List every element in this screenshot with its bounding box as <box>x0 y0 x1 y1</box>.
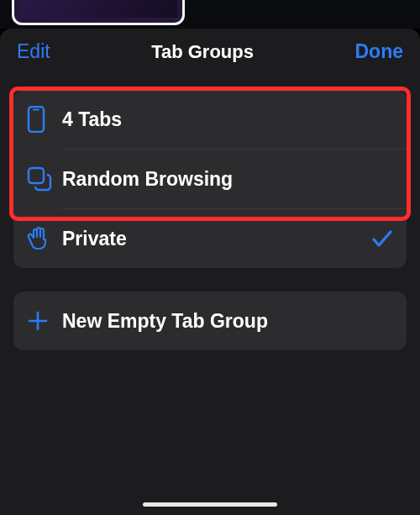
random-browsing-row[interactable]: Random Browsing <box>13 150 407 208</box>
private-row[interactable]: Private <box>13 209 407 268</box>
sheet-title: Tab Groups <box>151 41 254 63</box>
tab-group-list: 4 Tabs Random Browsing <box>13 90 407 268</box>
tabs-row[interactable]: 4 Tabs <box>13 90 407 149</box>
sheet-header: Edit Tab Groups Done <box>0 29 420 81</box>
squares-icon <box>27 166 62 192</box>
background-peek <box>0 0 420 29</box>
hand-icon <box>27 226 62 251</box>
edit-button[interactable]: Edit <box>17 40 50 63</box>
phone-icon <box>27 106 62 133</box>
new-group-section: New Empty Tab Group <box>13 292 407 350</box>
tab-thumbnail <box>12 0 185 25</box>
private-label: Private <box>62 228 371 250</box>
home-indicator[interactable] <box>143 502 277 507</box>
plus-icon <box>27 310 62 332</box>
check-icon <box>371 229 393 248</box>
new-empty-tab-group-button[interactable]: New Empty Tab Group <box>13 292 407 350</box>
done-button[interactable]: Done <box>355 40 404 63</box>
tabs-row-label: 4 Tabs <box>62 108 393 131</box>
random-browsing-label: Random Browsing <box>62 168 393 191</box>
new-group-label: New Empty Tab Group <box>62 310 393 333</box>
svg-rect-2 <box>29 168 44 183</box>
tab-groups-sheet: Edit Tab Groups Done 4 Tabs Random Brows… <box>0 29 420 515</box>
